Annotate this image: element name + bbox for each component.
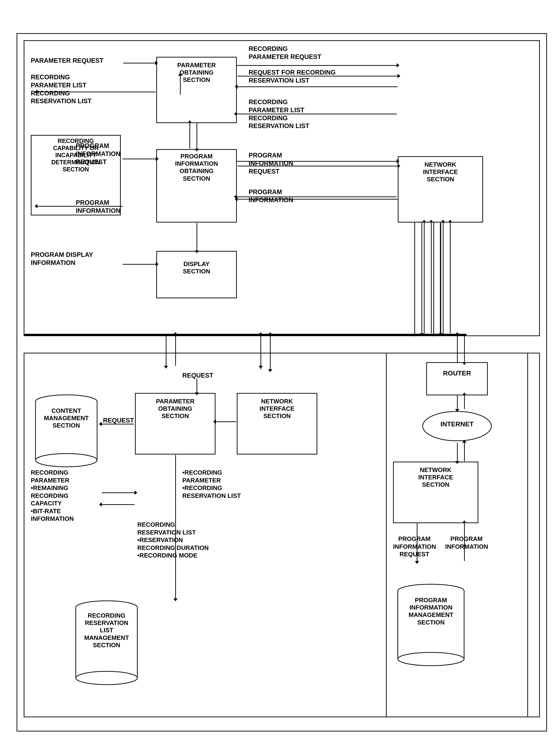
arrow-to-network-2	[237, 161, 397, 162]
arrow-content-to-param	[102, 492, 134, 493]
drop-v-nis-2	[431, 222, 432, 333]
prog-display-info-label: PROGRAM DISPLAYINFORMATION	[31, 251, 93, 267]
arrow-request-16a	[102, 424, 134, 425]
recording-param-remaining-label: RECORDINGPARAMETER•REMAININGRECORDINGCAP…	[31, 469, 74, 523]
arrow-prog-info-left	[37, 206, 123, 207]
prog-info-left-label: PROGRAMINFORMATION	[76, 199, 120, 215]
prog-info-req-52-label: PROGRAMINFORMATIONREQUEST	[393, 535, 436, 558]
arrow-nis14-down-1	[414, 222, 415, 334]
request-13a-label: REQUEST	[182, 372, 213, 380]
arrow-v-param-up-1	[180, 76, 181, 95]
arrow-nis24-to-bus	[261, 335, 261, 369]
arrow-to-network-1	[237, 65, 397, 66]
req-rec-reservation-list-label: REQUEST FOR RECORDINGRESERVATION LIST	[249, 69, 336, 85]
parameter-obtaining-section-label: PARAMETEROBTAININGSECTION	[158, 62, 235, 84]
internet-label: INTERNET	[438, 420, 476, 428]
prog-info-right-label: PROGRAMINFORMATION	[249, 188, 293, 204]
arrow-nis14-down-4	[443, 222, 444, 334]
arrow-nis24-to-param13a	[216, 422, 236, 422]
arrow-v-param-to-proginfo	[196, 123, 197, 149]
recording-param-res-list-label: •RECORDINGPARAMETER•RECORDINGRESERVATION…	[182, 469, 241, 499]
drop-v-nis-4	[450, 222, 451, 333]
parameter-request-label: PARAMETER REQUEST	[31, 57, 103, 65]
arrow-router-to-bus	[464, 335, 465, 362]
drop-v-bus-lower-1	[166, 335, 167, 366]
arrow-nis14-down-3	[433, 222, 434, 334]
prog-info-management-label: PROGRAMINFORMATIONMANAGEMENTSECTION	[397, 596, 465, 626]
arrow-param-to-reservation	[175, 455, 176, 598]
arrow-request-13a-v	[196, 379, 197, 392]
network-interface-section-14-label: NETWORKINTERFACESECTION	[399, 161, 482, 183]
arrow-router-to-internet	[457, 395, 458, 409]
recording-param-list-label: RECORDINGPARAMETER LISTRECORDINGRESERVAT…	[31, 73, 92, 105]
arrow-internet-to-router	[464, 395, 465, 409]
arrow-bus-to-nis24	[270, 335, 271, 369]
svg-point-9	[76, 671, 137, 684]
arrow-param-req	[123, 63, 155, 64]
arrow-prog-info-req-left	[123, 159, 156, 159]
content-management-cylinder	[33, 393, 99, 469]
arrow-rec-param-list	[37, 92, 156, 92]
svg-point-4	[35, 454, 97, 467]
drop-v-nis-1	[422, 222, 422, 333]
arrow-internet-to-nis52	[457, 443, 458, 461]
parameter-obtaining-section-13a-label: PARAMETEROBTAININGSECTION	[136, 398, 214, 420]
router-box	[426, 362, 488, 395]
drop-v-nis-3	[441, 222, 441, 333]
prog-info-req-left-label: PROGRAMINFORMATIONREQUEST	[76, 142, 120, 166]
arrow-h-top-to-nis14-1	[238, 76, 397, 77]
arrow-prog-info-52-up	[464, 523, 465, 561]
request-16a-label: REQUEST	[103, 417, 134, 425]
arrow-h-top-from-nis14-1	[238, 86, 397, 87]
svg-point-15	[398, 652, 464, 666]
arrow-v-proginfo-to-display	[196, 223, 197, 251]
arrow-nis52-to-internet	[464, 443, 465, 461]
arrow-param-to-content	[102, 504, 134, 505]
drop-v-bus-lower-2	[175, 335, 176, 366]
arrow-bus-to-router	[457, 335, 458, 362]
arrow-from-network-1	[237, 114, 397, 114]
prog-info-52-label: PROGRAMINFORMATION	[445, 535, 488, 550]
network-interface-section-24-label: NETWORKINTERFACESECTION	[239, 398, 316, 420]
display-section-label: DISPLAYSECTION	[158, 260, 235, 275]
rec-res-list-detail-label: RECORDINGRESERVATION LIST•RESERVATIONREC…	[137, 521, 209, 559]
recording-reservation-label: RECORDINGRESERVATIONLISTMANAGEMENTSECTIO…	[75, 612, 138, 649]
arrow-from-network-2	[237, 196, 397, 197]
program-info-obtaining-section-label: PROGRAMINFORMATIONOBTAININGSECTION	[158, 153, 235, 182]
arrow-v-param-up-2	[189, 123, 190, 149]
content-management-label: CONTENTMANAGEMENTSECTION	[35, 407, 98, 430]
arrow-prog-display-info	[123, 264, 156, 265]
arrow-prog-info-req-52-down	[417, 523, 417, 561]
bus-line-main	[24, 334, 466, 336]
arrow-h-top-from-nis14-2	[238, 199, 397, 200]
router-label: ROUTER	[428, 369, 487, 377]
arrow-h-top-to-nis14-2	[238, 166, 397, 166]
prog-info-req-right-label: PROGRAMINFORMATIONREQUEST	[249, 152, 293, 175]
network-interface-52-label: NETWORKINTERFACESECTION	[395, 466, 477, 489]
arrow-nis14-down-2	[424, 222, 425, 334]
rec-param-req-right-label: RECORDINGPARAMETER REQUEST	[249, 45, 321, 61]
